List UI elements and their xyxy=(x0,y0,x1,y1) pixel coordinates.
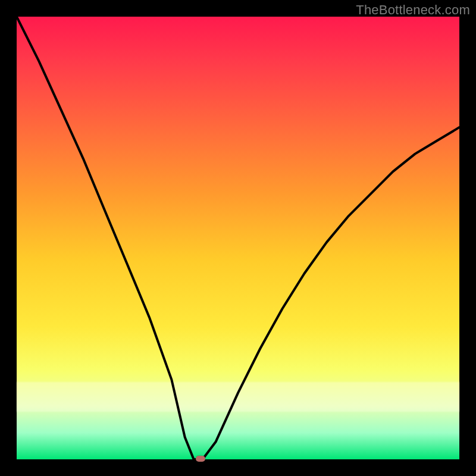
bottleneck-curve xyxy=(17,17,459,459)
chart-frame: TheBottleneck.com xyxy=(0,0,476,476)
plot-area xyxy=(17,17,459,459)
watermark-label: TheBottleneck.com xyxy=(356,2,470,18)
minimum-marker xyxy=(196,456,205,462)
